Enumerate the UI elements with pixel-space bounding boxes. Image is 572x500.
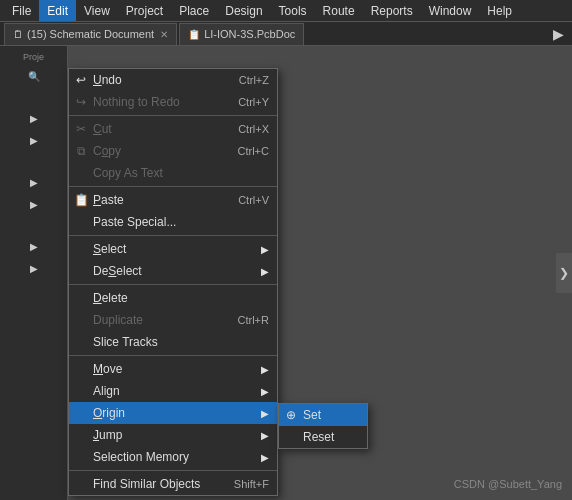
sep-5: [69, 355, 277, 356]
tab-pcbdoc-label: LI-ION-3S.PcbDoc: [204, 28, 295, 40]
menu-copy-as-text: Copy As Text: [69, 162, 277, 184]
submenu-set-label: Set: [303, 408, 321, 422]
tab-scroll-arrow[interactable]: ▶: [549, 26, 568, 42]
undo-icon: ↩: [73, 73, 89, 87]
menu-selection-memory[interactable]: Selection Memory ▶: [69, 446, 277, 468]
menu-window[interactable]: Window: [421, 0, 480, 21]
menu-move[interactable]: Move ▶: [69, 358, 277, 380]
menu-place[interactable]: Place: [171, 0, 217, 21]
menu-cut: ✂ Cut Ctrl+X: [69, 118, 277, 140]
menu-design[interactable]: Design: [217, 0, 270, 21]
sidebar-btn-4[interactable]: ▶: [2, 172, 65, 192]
origin-arrow-icon: ▶: [261, 408, 269, 419]
select-arrow-icon: ▶: [261, 244, 269, 255]
sep-6: [69, 470, 277, 471]
menu-edit[interactable]: Edit: [39, 0, 76, 21]
submenu-reset[interactable]: Reset: [279, 426, 367, 448]
main-area: Proje 🔍 ▶ ▶ ▶ ▶ ▶ ▶ ❯ CSDN @Subett_Yang …: [0, 46, 572, 500]
menu-jump[interactable]: Jump ▶: [69, 424, 277, 446]
sep-1: [69, 115, 277, 116]
tab-schematic-label: (15) Schematic Document: [27, 28, 154, 40]
redo-icon: ↪: [73, 95, 89, 109]
menu-tools[interactable]: Tools: [271, 0, 315, 21]
align-arrow-icon: ▶: [261, 386, 269, 397]
paste-icon: 📋: [73, 193, 89, 207]
submenu-reset-label: Reset: [303, 430, 334, 444]
menu-paste-special[interactable]: Paste Special...: [69, 211, 277, 233]
cut-icon: ✂: [73, 122, 89, 136]
set-icon: ⊕: [283, 408, 299, 422]
menu-delete[interactable]: Delete: [69, 287, 277, 309]
sep-3: [69, 235, 277, 236]
side-panel-arrow[interactable]: ❯: [556, 253, 572, 293]
tabs-row: 🗒 (15) Schematic Document ✕ 📋 LI-ION-3S.…: [0, 22, 572, 46]
sidebar-btn-7[interactable]: ▶: [2, 258, 65, 278]
selection-memory-arrow-icon: ▶: [261, 452, 269, 463]
origin-submenu: ⊕ Set Reset: [278, 403, 368, 449]
tab-schematic[interactable]: 🗒 (15) Schematic Document ✕: [4, 23, 177, 45]
project-panel-label: Proje: [2, 50, 65, 64]
sidebar-btn-6[interactable]: ▶: [2, 236, 65, 256]
menu-align[interactable]: Align ▶: [69, 380, 277, 402]
copy-icon: ⧉: [73, 144, 89, 158]
watermark-text: CSDN @Subett_Yang: [454, 478, 562, 490]
menu-copy: ⧉ Copy Ctrl+C: [69, 140, 277, 162]
menu-slice-tracks[interactable]: Slice Tracks: [69, 331, 277, 353]
submenu-set[interactable]: ⊕ Set: [279, 404, 367, 426]
menu-duplicate: Duplicate Ctrl+R: [69, 309, 277, 331]
deselect-arrow-icon: ▶: [261, 266, 269, 277]
menu-paste[interactable]: 📋 Paste Ctrl+V: [69, 189, 277, 211]
menu-redo: ↪ Nothing to Redo Ctrl+Y: [69, 91, 277, 113]
edit-menu: ↩ Undo Ctrl+Z ↪ Nothing to Redo Ctrl+Y ✂…: [68, 68, 278, 496]
menu-file[interactable]: File: [4, 0, 39, 21]
menu-reports[interactable]: Reports: [363, 0, 421, 21]
sep-2: [69, 186, 277, 187]
sep-4: [69, 284, 277, 285]
sidebar-btn-2[interactable]: ▶: [2, 108, 65, 128]
menu-origin[interactable]: Origin ▶: [69, 402, 277, 424]
menu-project[interactable]: Project: [118, 0, 171, 21]
sidebar-btn-1[interactable]: 🔍: [2, 66, 65, 86]
menu-find-similar[interactable]: Find Similar Objects Shift+F: [69, 473, 277, 495]
menu-deselect[interactable]: DeSelect ▶: [69, 260, 277, 282]
jump-arrow-icon: ▶: [261, 430, 269, 441]
tab-pcbdoc[interactable]: 📋 LI-ION-3S.PcbDoc: [179, 23, 304, 45]
schematic-icon: 🗒: [13, 29, 23, 40]
tab-schematic-close[interactable]: ✕: [160, 29, 168, 40]
sidebar-btn-5[interactable]: ▶: [2, 194, 65, 214]
move-arrow-icon: ▶: [261, 364, 269, 375]
sidebar-btn-3[interactable]: ▶: [2, 130, 65, 150]
menubar: File Edit View Project Place Design Tool…: [0, 0, 572, 22]
menu-view[interactable]: View: [76, 0, 118, 21]
left-sidebar: Proje 🔍 ▶ ▶ ▶ ▶ ▶ ▶: [0, 46, 68, 500]
menu-select[interactable]: Select ▶: [69, 238, 277, 260]
menu-undo[interactable]: ↩ Undo Ctrl+Z: [69, 69, 277, 91]
menu-help[interactable]: Help: [479, 0, 520, 21]
menu-route[interactable]: Route: [315, 0, 363, 21]
pcbdoc-icon: 📋: [188, 29, 200, 40]
